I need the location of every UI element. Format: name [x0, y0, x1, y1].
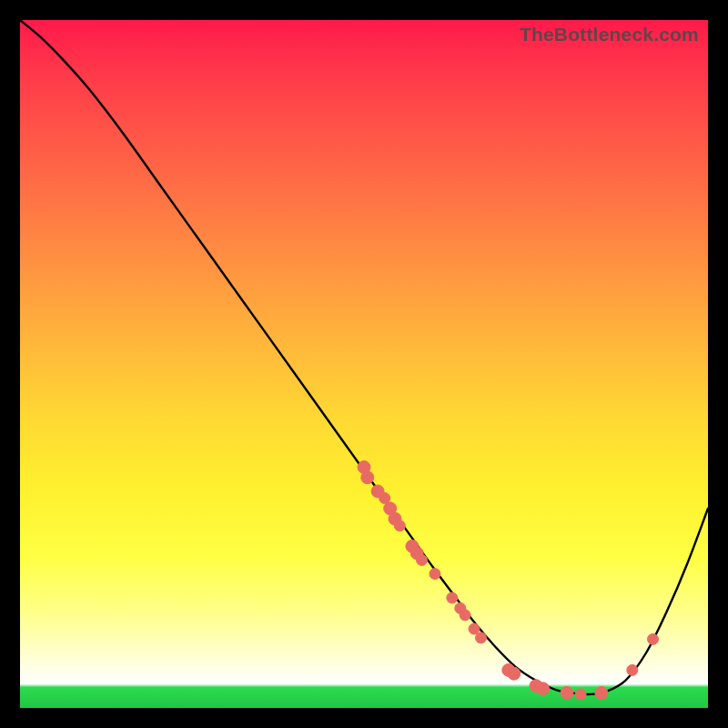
- data-point: [430, 569, 440, 580]
- data-point: [394, 521, 405, 531]
- chart-frame: TheBottleneck.com: [20, 20, 708, 708]
- data-point: [648, 633, 659, 644]
- data-points: [358, 460, 659, 700]
- data-point: [561, 686, 573, 699]
- data-point: [460, 610, 470, 621]
- data-point: [469, 623, 480, 634]
- data-point: [595, 686, 608, 699]
- data-point: [417, 555, 428, 566]
- data-point: [537, 682, 550, 695]
- data-point: [361, 471, 374, 484]
- data-point: [508, 667, 521, 680]
- data-point: [447, 592, 458, 603]
- data-point: [476, 632, 487, 643]
- data-point: [575, 689, 586, 700]
- chart-svg: [20, 20, 708, 708]
- data-point: [627, 664, 638, 675]
- bottleneck-curve: [20, 20, 708, 694]
